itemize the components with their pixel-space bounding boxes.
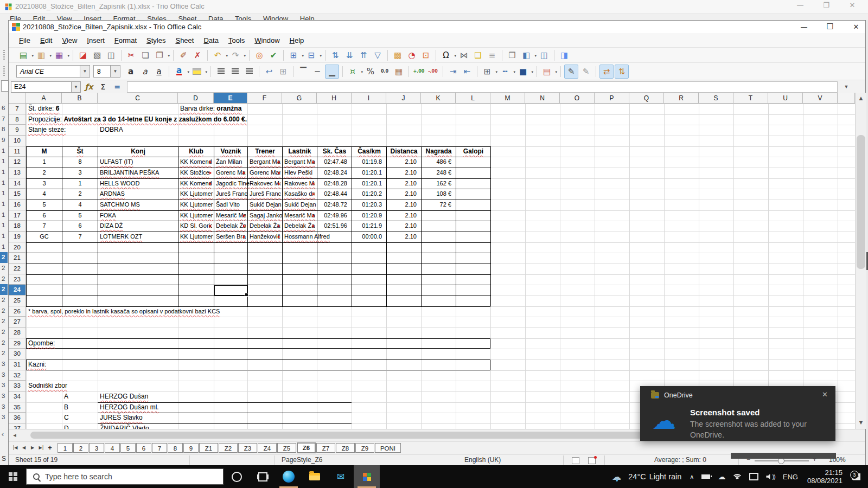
cell-E18[interactable]: Debelak Žar <box>214 221 246 232</box>
cell-I16[interactable]: 01:20.3 <box>352 200 384 210</box>
column-header-U[interactable]: U <box>768 93 803 104</box>
cell-D7[interactable]: Barva dirke: oranžna <box>178 104 241 114</box>
mail-button[interactable]: ✉ <box>328 465 354 488</box>
sidebar-button[interactable]: ◨ <box>558 49 571 62</box>
save-button[interactable]: ▦▾ <box>53 49 66 62</box>
font-color-button[interactable]: a▾ <box>173 65 186 78</box>
font-name-combo[interactable]: Arial CE▼ <box>16 65 90 78</box>
sheet-tab-2[interactable]: 2 <box>73 443 88 453</box>
tab-nav-last-icon[interactable]: ▶| <box>37 445 46 450</box>
cell-A33[interactable]: Sodniški zbor <box>27 381 67 391</box>
row-header-7[interactable]: 7 <box>9 104 26 114</box>
insert-image-button[interactable]: ▩ <box>391 49 404 62</box>
sheet-tab-Z9[interactable]: Z9 <box>355 443 374 453</box>
menu-edit[interactable]: Edit <box>35 35 57 46</box>
cell-C19[interactable]: LOTMERK OZT <box>98 232 142 242</box>
cell-A26[interactable]: * barva, spol, poreklo in lastnik kasača… <box>27 306 220 317</box>
row-header-18[interactable]: 18 <box>9 221 26 232</box>
cell-A11[interactable]: M <box>27 146 62 157</box>
cell-A13[interactable]: 2 <box>27 168 62 178</box>
cell-A7[interactable]: Št. dirke: 6 <box>27 104 59 114</box>
cell-H13[interactable]: 02:48.24 <box>317 168 349 178</box>
sheet-tab-Z2[interactable]: Z2 <box>219 443 238 453</box>
cell-A9[interactable]: Stanje steze: <box>27 125 66 136</box>
align-bottom-button[interactable]: ▁ <box>325 65 339 79</box>
cell-C14[interactable]: HELLS WOOD <box>98 178 139 189</box>
cell-G11[interactable]: Lastnik <box>283 146 317 157</box>
row-header-37[interactable]: 37 <box>9 423 26 429</box>
sheet-tab-8[interactable]: 8 <box>168 443 183 453</box>
formula-button[interactable]: = <box>111 81 124 92</box>
cell-C34[interactable]: HERZOG Dušan <box>98 391 148 402</box>
cell-C11[interactable]: Konj <box>98 146 178 157</box>
menu-view[interactable]: View <box>57 35 82 46</box>
row-header-34[interactable]: 34 <box>9 391 26 402</box>
insert-row-button[interactable]: ⊞▾ <box>287 49 300 62</box>
background-restore-button[interactable]: ❐ <box>817 1 835 12</box>
cell-I13[interactable]: 01:20.1 <box>352 168 384 178</box>
row-header-35[interactable]: 35 <box>9 402 26 413</box>
cell-J12[interactable]: 2.10 <box>387 157 419 168</box>
cell-I19[interactable]: 00:00.0 <box>352 232 384 242</box>
cell-G17[interactable]: Mesarič Mar <box>283 210 315 221</box>
edit-pen-alt-button[interactable]: ✎ <box>579 65 592 78</box>
sheet-tab-9[interactable]: 9 <box>183 443 199 453</box>
sheet-tab-3[interactable]: 3 <box>89 443 104 453</box>
align-right-button[interactable] <box>242 65 256 78</box>
row-header-30[interactable]: 30 <box>9 349 26 359</box>
cell-K16[interactable]: 72 € <box>422 200 454 210</box>
tab-nav-next-icon[interactable]: ▶ <box>28 445 37 450</box>
number-format-button[interactable]: 0.0 <box>378 65 391 78</box>
split-window-button[interactable]: ◫ <box>538 49 551 62</box>
new-document-button[interactable]: ▤▾ <box>17 49 30 62</box>
menu-help[interactable]: Help <box>285 35 309 46</box>
sheet-tab-Z5[interactable]: Z5 <box>277 443 296 453</box>
cell-F16[interactable]: Sukič Dejan <box>248 200 282 210</box>
cell-E17[interactable]: Mesarič Mar <box>214 210 246 221</box>
align-top-button[interactable]: ▔ <box>297 65 310 78</box>
sheet-tab-Z1[interactable]: Z1 <box>199 443 218 453</box>
cell-C36[interactable]: JUREŠ Slavko <box>98 413 143 423</box>
insert-pivot-table-button[interactable]: ⊡ <box>419 49 432 62</box>
trio-office-button[interactable] <box>354 465 380 488</box>
bold-button[interactable]: a <box>124 65 137 78</box>
align-left-button[interactable] <box>214 65 227 78</box>
sheet-tab-5[interactable]: 5 <box>120 443 136 453</box>
cell-C15[interactable]: ARDNAS <box>98 189 125 200</box>
cell-F17[interactable]: Sagaj Janko <box>248 210 283 221</box>
cell-J18[interactable]: 2.10 <box>387 221 419 232</box>
cell-H14[interactable]: 02:48.28 <box>317 178 349 189</box>
cell-G15[interactable]: Kasaško dru <box>283 189 315 200</box>
row-header-27[interactable]: 27 <box>9 317 26 328</box>
cell-H18[interactable]: 02:51.96 <box>317 221 349 232</box>
sheet-tab-Z3[interactable]: Z3 <box>238 443 257 453</box>
menu-sheet[interactable]: Sheet <box>170 35 199 46</box>
row-header-26[interactable]: 26 <box>9 306 26 317</box>
cell-A8[interactable]: Propozicije: Avtoštart za 3 do 14-letne … <box>27 114 247 125</box>
column-header-F[interactable]: F <box>247 93 282 104</box>
cell-J11[interactable]: Distanca <box>387 146 421 157</box>
cell-I17[interactable]: 01:20.9 <box>352 210 384 221</box>
display-button[interactable] <box>745 473 762 480</box>
date-format-button[interactable]: ▦ <box>392 65 405 78</box>
cell-F11[interactable]: Trener <box>248 146 282 157</box>
find-and-replace-button[interactable]: ◎ <box>253 49 266 62</box>
row-header-33[interactable]: 33 <box>9 381 26 391</box>
cell-A12[interactable]: 1 <box>27 157 62 168</box>
menu-insert[interactable]: Insert <box>82 35 110 46</box>
column-header-S[interactable]: S <box>699 93 733 104</box>
border-color-button[interactable]: ■▾ <box>516 65 529 78</box>
column-header-K[interactable]: K <box>421 93 456 104</box>
cell-K12[interactable]: 486 € <box>422 157 454 168</box>
sheet-tab-Z8[interactable]: Z8 <box>336 443 355 453</box>
row-header-22[interactable]: 22 <box>9 264 26 274</box>
cell-D12[interactable]: KK Komend <box>178 157 212 168</box>
row-header-20[interactable]: 20 <box>9 242 26 253</box>
sort-ascending-button[interactable]: ⇈ <box>357 49 370 62</box>
borders-button[interactable]: ⊞▾ <box>481 65 494 78</box>
cell-G16[interactable]: Sukič Dejan <box>283 200 316 210</box>
row-header-32[interactable]: 32 <box>9 370 26 381</box>
taskbar-weather[interactable]: ☁ 24°C Light rain <box>608 471 686 482</box>
menu-file[interactable]: File <box>14 35 35 46</box>
cell-B37[interactable]: D <box>62 423 69 429</box>
